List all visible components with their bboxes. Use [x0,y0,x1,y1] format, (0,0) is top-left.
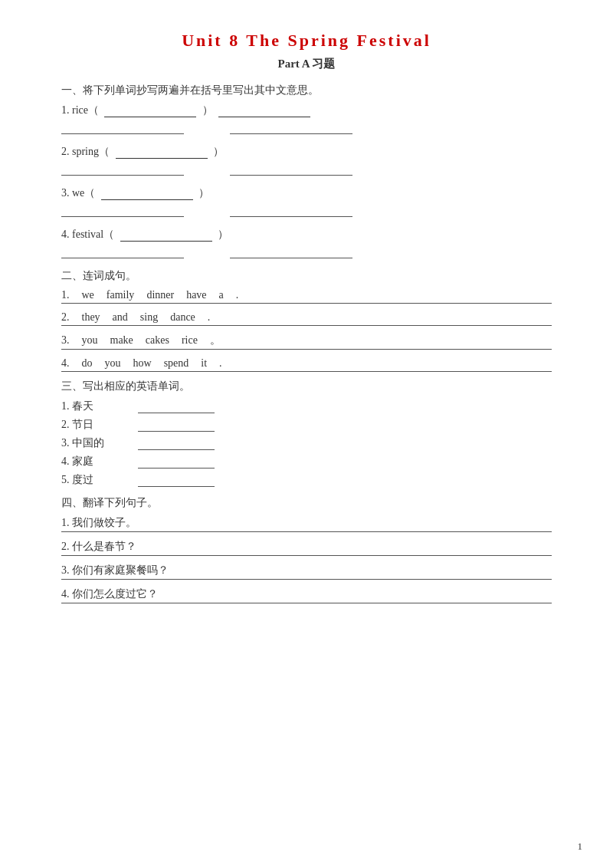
english-answer-4[interactable] [138,455,215,469]
page: Unit 8 The Spring Festival Part A 习题 一、将… [0,0,613,868]
word-lines-4 [61,243,552,258]
translation-item-4: 4. 你们怎么度过它？ [61,587,552,603]
word-fill-2a[interactable] [116,145,208,159]
sentence-words-4: 4. do you how spend it . [61,357,552,370]
english-answer-1[interactable] [138,399,215,413]
write-line-2a[interactable] [61,160,184,176]
translation-line-2[interactable] [61,555,552,556]
english-label-5: 5. 度过 [61,473,138,487]
write-line-1b[interactable] [230,119,352,134]
page-number: 1 [578,840,583,853]
translation-line-3[interactable] [61,579,552,580]
sentence-line-2[interactable] [61,325,552,326]
english-item-5: 5. 度过 [61,473,552,487]
write-line-3a[interactable] [61,202,184,217]
section4-header: 四、翻译下列句子。 [61,496,552,510]
sentence-words-2: 2. they and sing dance . [61,311,552,324]
word-item-3: 3. we（ ） [61,186,552,217]
translation-q-3: 3. 你们有家庭聚餐吗？ [61,564,552,577]
translation-item-3: 3. 你们有家庭聚餐吗？ [61,564,552,580]
translation-item-1: 1. 我们做饺子。 [61,516,552,532]
word-fill-1b[interactable] [218,104,310,117]
sentence-line-4[interactable] [61,371,552,372]
english-answer-3[interactable] [138,436,215,450]
word-lines-1 [61,119,552,134]
word-fill-3a[interactable] [101,186,193,200]
translation-line-1[interactable] [61,531,552,532]
word-item-1: 1. rice（ ） [61,104,552,134]
write-line-4b[interactable] [230,243,352,258]
word-label-3: 3. we（ ） [61,186,552,200]
section2-header: 二、连词成句。 [61,269,552,283]
sentence-words-1: 1. we family dinner have a . [61,289,552,301]
section2: 二、连词成句。 1. we family dinner have a . 2. … [61,269,552,372]
sentence-item-3: 3. you make cakes rice 。 [61,334,552,350]
title-sub: Part A 习题 [61,57,552,71]
translation-q-2: 2. 什么是春节？ [61,540,552,554]
write-line-3b[interactable] [230,202,352,217]
english-item-2: 2. 节日 [61,418,552,432]
translation-item-2: 2. 什么是春节？ [61,540,552,556]
word-item-2: 2. spring（ ） [61,145,552,176]
english-item-3: 3. 中国的 [61,436,552,450]
word-lines-3 [61,202,552,217]
sentence-words-3: 3. you make cakes rice 。 [61,334,552,347]
section4: 四、翻译下列句子。 1. 我们做饺子。 2. 什么是春节？ 3. 你们有家庭聚餐… [61,496,552,603]
english-label-3: 3. 中国的 [61,436,138,450]
sentence-item-4: 4. do you how spend it . [61,357,552,372]
sentence-item-2: 2. they and sing dance . [61,311,552,326]
word-fill-4a[interactable] [120,228,212,242]
section1-header: 一、将下列单词抄写两遍并在括号里写出其中文意思。 [61,84,552,97]
english-item-4: 4. 家庭 [61,455,552,469]
section3: 三、写出相应的英语单词。 1. 春天 2. 节日 3. 中国的 4. 家庭 5.… [61,380,552,487]
english-answer-2[interactable] [138,418,215,432]
translation-line-4[interactable] [61,603,552,603]
word-label-2: 2. spring（ ） [61,145,552,159]
english-label-2: 2. 节日 [61,418,138,432]
word-fill-1a[interactable] [104,104,196,117]
translation-q-4: 4. 你们怎么度过它？ [61,587,552,601]
word-label-4: 4. festival（ ） [61,228,552,242]
word-label-1: 1. rice（ ） [61,104,552,117]
word-lines-2 [61,160,552,176]
write-line-1a[interactable] [61,119,184,134]
sentence-line-1[interactable] [61,303,552,304]
write-line-4a[interactable] [61,243,184,258]
english-label-1: 1. 春天 [61,399,138,413]
word-item-4: 4. festival（ ） [61,228,552,258]
english-label-4: 4. 家庭 [61,455,138,469]
english-item-1: 1. 春天 [61,399,552,413]
write-line-2b[interactable] [230,160,352,176]
section3-header: 三、写出相应的英语单词。 [61,380,552,393]
title-main: Unit 8 The Spring Festival [61,31,552,51]
sentence-line-3[interactable] [61,349,552,350]
english-answer-5[interactable] [138,473,215,487]
section1: 一、将下列单词抄写两遍并在括号里写出其中文意思。 1. rice（ ） 2. s… [61,84,552,258]
translation-q-1: 1. 我们做饺子。 [61,516,552,530]
sentence-item-1: 1. we family dinner have a . [61,289,552,304]
